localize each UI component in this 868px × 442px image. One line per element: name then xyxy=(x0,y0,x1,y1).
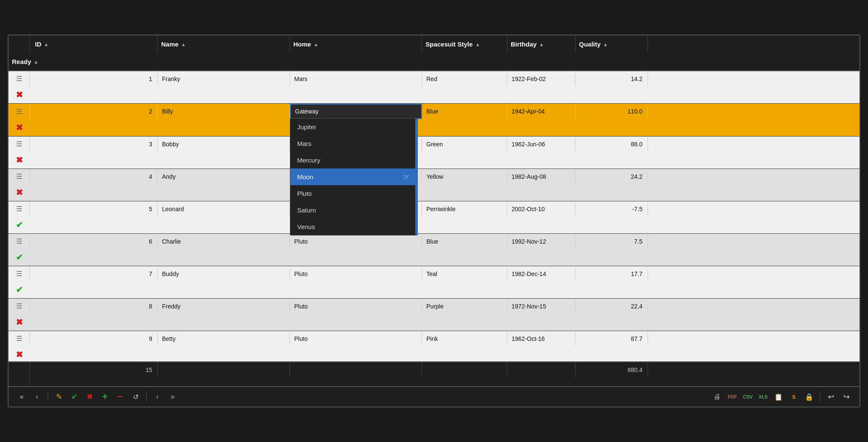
col-ready[interactable]: Ready ▲ xyxy=(9,53,30,70)
col-drag xyxy=(9,35,30,53)
x-icon: ✖ xyxy=(16,349,23,360)
nav-prev-button[interactable]: ‹ xyxy=(31,390,43,403)
drag-handle[interactable]: ☰ xyxy=(9,299,30,314)
cell-spacesuit: Green xyxy=(422,137,507,151)
check-icon: ✔ xyxy=(16,252,23,262)
nav-last-button[interactable]: » xyxy=(166,390,179,403)
cell-id: 8 xyxy=(30,300,158,313)
cell-quality: 22.4 xyxy=(576,300,648,313)
x-icon: ✖ xyxy=(16,187,23,198)
x-icon: ✖ xyxy=(16,155,23,165)
dropdown-item[interactable]: Venus xyxy=(290,218,417,235)
cell-id: 1 xyxy=(30,72,158,86)
edit-button[interactable]: ✎ xyxy=(52,390,65,403)
cell-quality: 88.0 xyxy=(576,137,648,151)
redo-button[interactable]: ↪ xyxy=(840,390,853,403)
cell-birthday: 1962-Jun-06 xyxy=(507,137,576,151)
csv-button[interactable]: CSV xyxy=(741,390,754,403)
table-row[interactable]: ☰4AndyPlutoYellow1982-Aug-0824.2✖ xyxy=(9,169,859,201)
lock-button[interactable]: 🔒 xyxy=(803,390,816,403)
col-id[interactable]: ID ▲ xyxy=(30,35,158,53)
add-button[interactable]: + xyxy=(98,390,111,403)
cell-name: Andy xyxy=(158,170,290,183)
dropdown-item[interactable]: Jupiter xyxy=(290,119,417,135)
footer-count: 15 xyxy=(30,362,158,378)
table-row[interactable]: ☰5LeonardPlutoPerriwinkle2002-Oct-10-7.5… xyxy=(9,201,859,234)
xls-button[interactable]: XLS xyxy=(757,390,770,403)
drag-handle[interactable]: ☰ xyxy=(9,169,30,184)
table-row[interactable]: ☰2BillyGatewayJupiterMarsMercuryMoon☞Plu… xyxy=(9,104,859,137)
drag-handle[interactable]: ☰ xyxy=(9,104,30,119)
cell-home[interactable]: Pluto xyxy=(290,235,422,248)
col-quality-label: Quality xyxy=(579,41,601,48)
col-name[interactable]: Name ▲ xyxy=(158,35,290,53)
refresh-button[interactable]: ↺ xyxy=(129,390,142,403)
html5-button[interactable]: 5 xyxy=(787,390,800,403)
drag-handle[interactable]: ☰ xyxy=(9,266,30,281)
footer-spacesuit xyxy=(422,362,507,378)
cell-home[interactable]: GatewayJupiterMarsMercuryMoon☞PlutoSatur… xyxy=(290,104,422,119)
cell-ready: ✔ xyxy=(9,216,30,233)
cell-quality: 17.7 xyxy=(576,267,648,281)
nav-next-button[interactable]: › xyxy=(151,390,164,403)
cell-spacesuit: Yellow xyxy=(422,170,507,183)
table-row[interactable]: ☰3BobbyPlutoGreen1962-Jun-0688.0✖ xyxy=(9,137,859,169)
col-quality[interactable]: Quality ▲ xyxy=(576,35,648,53)
drag-handle[interactable]: ☰ xyxy=(9,201,30,216)
cell-spacesuit: Teal xyxy=(422,267,507,281)
cell-ready: ✔ xyxy=(9,249,30,266)
dropdown-scrollbar xyxy=(415,119,417,235)
cell-home[interactable]: Mars xyxy=(290,72,422,86)
pdf-button[interactable]: PDF xyxy=(726,390,739,403)
footer-ready xyxy=(9,378,30,386)
dropdown-item[interactable]: Saturn xyxy=(290,202,417,218)
cell-home[interactable]: Pluto xyxy=(290,267,422,281)
table-row[interactable]: ☰9BettyPlutoPink1962-Oct-1687.7✖ xyxy=(9,331,859,361)
x-icon: ✖ xyxy=(16,317,23,327)
col-birthday[interactable]: Birthday ▲ xyxy=(507,35,576,53)
col-birthday-label: Birthday xyxy=(511,41,537,48)
table-row[interactable]: ☰8FreddyPlutoPurple1972-Nov-1522.4✖ xyxy=(9,299,859,331)
dropdown-item[interactable]: Pluto xyxy=(290,185,417,202)
cell-home[interactable]: Pluto xyxy=(290,332,422,346)
undo-button[interactable]: ↩ xyxy=(825,390,837,403)
remove-button[interactable]: − xyxy=(114,390,127,403)
cell-home[interactable]: Pluto xyxy=(290,300,422,313)
cell-quality: 7.5 xyxy=(576,235,648,248)
col-id-sort: ▲ xyxy=(44,42,49,47)
drag-handle[interactable]: ☰ xyxy=(9,331,30,346)
confirm-button[interactable]: ✔ xyxy=(68,390,81,403)
cell-quality: 110.0 xyxy=(576,105,648,118)
footer-drag xyxy=(9,362,30,378)
drag-handle[interactable]: ☰ xyxy=(9,234,30,249)
dropdown-item[interactable]: Mars xyxy=(290,135,417,152)
footer-birthday xyxy=(507,362,576,378)
table-row[interactable]: ☰1FrankyMarsRed1922-Feb-0214.2✖ xyxy=(9,71,859,104)
cell-quality: -7.5 xyxy=(576,202,648,216)
col-home[interactable]: Home ▲ xyxy=(290,35,422,53)
home-input[interactable]: Gateway xyxy=(291,105,421,118)
nav-first-button[interactable]: « xyxy=(15,390,28,403)
cell-name: Freddy xyxy=(158,300,290,313)
print-button[interactable]: 🖨 xyxy=(711,390,723,403)
col-spacesuit[interactable]: Spacesuit Style ▲ xyxy=(422,35,507,53)
footer-quality: 880.4 xyxy=(576,362,648,378)
dropdown-item[interactable]: Moon☞ xyxy=(290,169,417,185)
cell-birthday: 1922-Feb-02 xyxy=(507,72,576,86)
cell-name: Bobby xyxy=(158,137,290,151)
cell-id: 4 xyxy=(30,170,158,183)
cancel-button[interactable]: ✖ xyxy=(83,390,96,403)
table-row[interactable]: ☰7BuddyPlutoTeal1982-Dec-1417.7✔ xyxy=(9,266,859,299)
cell-spacesuit: Perriwinkle xyxy=(422,202,507,216)
cell-name: Buddy xyxy=(158,267,290,281)
dropdown-item[interactable]: Mercury xyxy=(290,152,417,169)
cell-birthday: 1992-Nov-12 xyxy=(507,235,576,248)
col-quality-sort: ▲ xyxy=(603,42,608,47)
cell-spacesuit: Red xyxy=(422,72,507,86)
drag-handle[interactable]: ☰ xyxy=(9,71,30,86)
cell-spacesuit: Blue xyxy=(422,235,507,248)
drag-handle[interactable]: ☰ xyxy=(9,137,30,151)
table-row[interactable]: ☰6CharliePlutoBlue1992-Nov-127.5✔ xyxy=(9,234,859,266)
copy-button[interactable]: 📋 xyxy=(772,390,785,403)
cell-id: 3 xyxy=(30,137,158,151)
